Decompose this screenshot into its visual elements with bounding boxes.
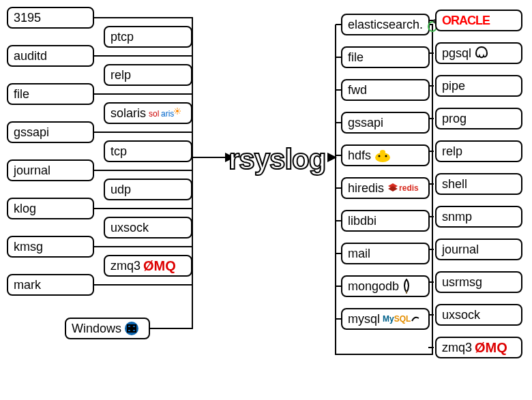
node-label: mark <box>14 278 41 292</box>
output-mysql: mysqlMySQL <box>341 308 430 330</box>
node-label: hdfs <box>348 149 371 163</box>
output-usrmsg: usrmsg <box>435 271 522 293</box>
output-pgsql: pgsql <box>435 42 522 64</box>
input-mark: mark <box>7 274 94 296</box>
node-label: journal <box>442 243 479 257</box>
node-label: uxsock <box>442 308 480 322</box>
svg-point-5 <box>176 110 179 112</box>
output-hiredis: hiredisredis <box>341 177 430 199</box>
output-fwd: fwd <box>341 79 430 101</box>
node-label: Windows <box>72 322 121 336</box>
node-label: ORACLE <box>442 14 490 28</box>
hadoop-icon <box>374 148 391 163</box>
solaris-icon: solaris <box>149 107 183 119</box>
svg-line-10 <box>175 109 177 110</box>
node-label: snmp <box>442 210 472 224</box>
input-kmsg: kmsg <box>7 236 94 258</box>
output-shell: shell <box>435 173 522 195</box>
svg-text:sol: sol <box>149 109 159 119</box>
input-windows: Windows <box>65 318 150 339</box>
node-label: usrmsg <box>442 275 482 290</box>
node-label: libdbi <box>348 214 376 228</box>
output-journal: journal <box>435 239 522 260</box>
svg-line-13 <box>179 109 180 110</box>
output-gssapi: gssapi <box>341 112 430 134</box>
node-label: zmq3 <box>110 259 141 273</box>
rsyslog-center: rsyslog <box>228 143 325 176</box>
input-auditd: auditd <box>7 45 94 67</box>
node-label: journal <box>14 164 50 178</box>
input-3195: 3195 <box>7 7 94 29</box>
mysql-icon: MySQL <box>383 314 420 324</box>
output-snmp: snmp <box>435 206 522 228</box>
input-zmq3: zmq3ØMQ <box>104 255 192 277</box>
output-zmq3: zmq3ØMQ <box>435 337 522 358</box>
node-label: mysql <box>348 312 380 326</box>
node-label: klog <box>14 202 36 216</box>
svg-point-18 <box>379 155 381 157</box>
zmq-icon: ØMQ <box>475 340 507 356</box>
node-label: file <box>348 50 364 65</box>
node-label: gssapi <box>348 116 383 130</box>
svg-text:aris: aris <box>161 109 174 119</box>
node-label: relp <box>442 144 462 159</box>
mongo-icon <box>402 279 411 294</box>
node-label: relp <box>110 68 131 82</box>
node-label: tcp <box>110 144 127 159</box>
node-label: 3195 <box>14 11 41 25</box>
output-mail: mail <box>341 243 430 264</box>
input-uxsock: uxsock <box>104 217 192 239</box>
node-label: elasticsearch. <box>348 18 423 32</box>
svg-line-11 <box>179 112 180 114</box>
svg-point-19 <box>385 155 387 157</box>
node-label: solaris <box>110 106 146 121</box>
svg-line-12 <box>175 112 177 114</box>
input-relp: relp <box>104 64 192 86</box>
input-udp: udp <box>104 179 192 200</box>
node-label: kmsg <box>14 240 43 254</box>
output-relp: relp <box>435 140 522 162</box>
node-label: hiredis <box>348 181 384 196</box>
node-label: mail <box>348 247 370 261</box>
input-gssapi: gssapi <box>7 121 94 143</box>
input-ptcp: ptcp <box>104 26 192 48</box>
svg-marker-1 <box>327 153 337 162</box>
output-libdbi: libdbi <box>341 210 430 232</box>
node-label: pipe <box>442 79 465 93</box>
input-file: file <box>7 83 94 105</box>
output-prog: prog <box>435 108 522 129</box>
output-pipe: pipe <box>435 75 522 97</box>
node-label: pgsql <box>442 46 471 61</box>
node-label: fwd <box>348 83 367 97</box>
input-klog: klog <box>7 198 94 219</box>
node-label: prog <box>442 112 467 126</box>
svg-point-25 <box>483 51 484 52</box>
node-label: shell <box>442 177 467 191</box>
node-label: uxsock <box>110 221 149 235</box>
input-journal: journal <box>7 159 94 181</box>
output-elasticsearch.: elasticsearch. <box>341 14 430 35</box>
svg-point-17 <box>375 153 390 162</box>
node-label: gssapi <box>14 125 49 140</box>
postgres-icon <box>474 46 489 61</box>
svg-marker-22 <box>388 186 398 191</box>
node-label: ptcp <box>110 30 134 44</box>
output-file: file <box>341 46 430 68</box>
input-tcp: tcp <box>104 140 192 162</box>
redis-icon: redis <box>387 182 419 194</box>
node-label: zmq3 <box>442 341 472 355</box>
svg-point-20 <box>380 150 385 154</box>
output-hdfs: hdfs <box>341 144 430 166</box>
input-solaris: solarissolaris <box>104 102 192 124</box>
zmq-icon: ØMQ <box>143 258 176 274</box>
node-label: udp <box>110 183 131 197</box>
node-label: auditd <box>14 49 47 63</box>
node-label: file <box>14 87 29 102</box>
svg-point-24 <box>479 51 480 52</box>
output-ORACLE: ORACLE <box>435 10 522 31</box>
node-label: mongodb <box>348 279 399 294</box>
output-uxsock: uxsock <box>435 304 522 326</box>
output-mongodb: mongodb <box>341 275 430 297</box>
windows-icon <box>124 321 139 336</box>
